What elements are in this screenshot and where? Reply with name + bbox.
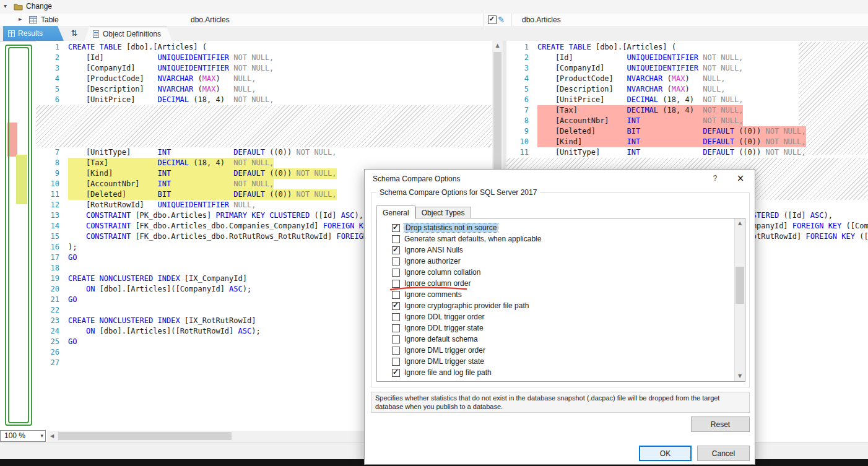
code-line: ON [dbo].[Articles]([CompanyId] ASC);: [68, 284, 251, 295]
line-number: 6: [55, 95, 59, 105]
line-number: 17: [51, 252, 59, 263]
option-checkbox[interactable]: [392, 246, 400, 254]
source-gutter: 1234567891011121314151617181920212223242…: [36, 41, 62, 431]
scroll-up-icon[interactable]: ▲: [492, 41, 503, 51]
option-checkbox[interactable]: [392, 224, 400, 232]
line-number: 4: [55, 74, 59, 84]
code-line: [Tax] DECIMAL (18, 4) NOT NULL,: [68, 158, 274, 168]
line-number: 9: [55, 168, 59, 179]
option-label: Ignore column collation: [404, 268, 480, 277]
diff-item-row[interactable]: ▸ Table dbo.Articles ✎ dbo.Articles: [0, 14, 868, 27]
line-number: 15: [51, 231, 59, 242]
option-label: Ignore default schema: [404, 335, 478, 343]
option-checkbox[interactable]: [392, 235, 400, 243]
dialog-titlebar[interactable]: Schema Compare Options ? ×: [365, 170, 755, 188]
close-icon[interactable]: ×: [735, 173, 746, 184]
option-row[interactable]: Ignore authorizer: [377, 256, 735, 267]
option-label: Ignore file and log file path: [404, 368, 492, 377]
option-row[interactable]: Ignore DDL trigger order: [377, 311, 735, 322]
option-row[interactable]: Ignore column collation: [377, 267, 735, 278]
code-line: [CompanyId] UNIQUEIDENTIFIER NOT NULL,: [68, 63, 274, 74]
line-number: 16: [51, 242, 59, 252]
code-line: CONSTRAINT [FK_dbo.Articles_dbo.RotRutRo…: [68, 231, 404, 242]
sort-button[interactable]: ⇅: [67, 27, 82, 40]
option-description: Specifies whether statistics that do not…: [371, 392, 750, 413]
option-row[interactable]: Ignore ANSI Nulls: [377, 244, 735, 256]
option-row[interactable]: Ignore file and log file path: [377, 367, 735, 378]
option-label: Ignore authorizer: [404, 257, 461, 265]
scrollbar-thumb[interactable]: [736, 267, 744, 304]
option-row[interactable]: Drop statistics not in source: [377, 222, 735, 233]
target-object-name: dbo.Articles: [522, 15, 561, 24]
line-number: 27: [51, 358, 59, 368]
line-number: 1: [524, 42, 529, 53]
option-row[interactable]: Ignore DML trigger order: [377, 345, 735, 356]
option-label: Ignore DML trigger state: [404, 357, 484, 366]
code-line: [Tax] DECIMAL (18, 4) NOT NULL,: [537, 105, 743, 116]
option-checkbox[interactable]: [392, 369, 400, 377]
option-checkbox[interactable]: [392, 313, 400, 321]
code-line: ON [dbo].[Articles]([RotRutRowId] ASC);: [68, 326, 261, 337]
scroll-up-icon[interactable]: ▲: [735, 218, 745, 228]
option-label: Ignore ANSI Nulls: [404, 246, 463, 254]
options-scrollbar[interactable]: ▲ ▼: [734, 218, 745, 381]
scroll-down-icon[interactable]: ▼: [735, 371, 745, 381]
tab-results[interactable]: Results: [3, 26, 64, 41]
expander-collapsed-icon[interactable]: ▸: [19, 15, 22, 22]
line-number: 5: [524, 84, 529, 95]
option-row[interactable]: Generate smart defaults, when applicable: [377, 233, 735, 244]
diff-overview-ruler[interactable]: [2, 42, 35, 428]
dialog-tabs: GeneralObject Types: [376, 205, 471, 218]
code-line: [ProductCode] NVARCHAR (MAX) NULL,: [68, 74, 256, 84]
option-row[interactable]: Ignore default schema: [377, 334, 735, 345]
code-line: [UnitType] INT DEFAULT ((0)) NOT NULL,: [537, 147, 806, 158]
option-row[interactable]: Ignore DML trigger state: [377, 356, 735, 367]
option-checkbox[interactable]: [392, 347, 400, 355]
code-line: [Kind] INT DEFAULT ((0)) NOT NULL,: [537, 137, 806, 147]
option-checkbox[interactable]: [392, 269, 400, 277]
line-number: 18: [51, 263, 59, 274]
groupbox-title: Schema Compare Options for SQL Server 20…: [376, 188, 540, 197]
object-type-label: Table: [41, 15, 59, 24]
line-number: 3: [55, 63, 59, 74]
option-checkbox[interactable]: [392, 358, 400, 366]
diff-group-row[interactable]: ▾ Change: [0, 0, 868, 14]
expander-expanded-icon[interactable]: ▾: [4, 2, 7, 9]
option-checkbox[interactable]: [392, 302, 400, 310]
scroll-left-icon[interactable]: ◀: [47, 431, 57, 442]
line-number: 5: [55, 84, 59, 95]
scrollbar-thumb[interactable]: [58, 432, 232, 440]
column-divider: [483, 14, 484, 26]
object-definitions-icon: [93, 30, 100, 38]
code-line: CONSTRAINT [FK_dbo.Articles_dbo.Companie…: [68, 221, 404, 231]
help-icon[interactable]: ?: [710, 174, 720, 183]
option-label: Ignore cryptographic provider file path: [404, 301, 529, 310]
option-checkbox[interactable]: [392, 257, 400, 265]
zoom-selector[interactable]: 100 % ▾: [0, 430, 46, 442]
column-divider: [511, 14, 512, 26]
include-change-checkbox[interactable]: [488, 15, 497, 24]
option-checkbox[interactable]: [392, 335, 400, 343]
reset-button[interactable]: Reset: [691, 416, 750, 432]
options-list[interactable]: Drop statistics not in sourceGenerate sm…: [377, 218, 735, 381]
line-number: 11: [51, 189, 59, 200]
code-line: CREATE TABLE [dbo].[Articles] (: [68, 42, 207, 53]
option-row[interactable]: Ignore DDL trigger state: [377, 322, 735, 334]
line-number: 25: [51, 337, 59, 347]
cancel-button[interactable]: Cancel: [697, 446, 750, 461]
line-number: 7: [55, 147, 59, 158]
dialog-title: Schema Compare Options: [373, 175, 460, 183]
code-line: [UnitPrice] DECIMAL (18, 4) NOT NULL,: [537, 95, 743, 105]
option-row[interactable]: Ignore cryptographic provider file path: [377, 300, 735, 311]
option-label: Ignore DDL trigger order: [404, 313, 485, 321]
tab-object-definitions[interactable]: Object Definitions: [84, 27, 172, 41]
option-checkbox[interactable]: [392, 324, 400, 332]
dropdown-icon: ▾: [40, 431, 43, 441]
code-line: CREATE NONCLUSTERED INDEX [IX_RotRutRowI…: [68, 316, 256, 326]
line-number: 22: [51, 305, 59, 316]
dialog-tab-general[interactable]: General: [376, 205, 415, 219]
results-grid-icon: [8, 30, 15, 37]
line-number: 6: [524, 95, 529, 105]
line-number: 1: [55, 42, 59, 53]
ok-button[interactable]: OK: [639, 446, 692, 461]
